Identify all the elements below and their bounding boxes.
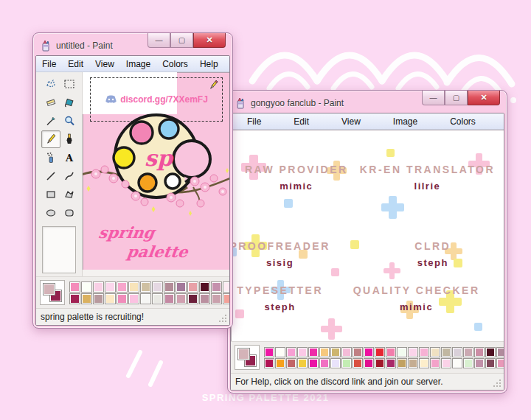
color-swatch[interactable] — [117, 281, 128, 293]
tool-free-form-select-icon[interactable] — [41, 75, 60, 93]
color-swatch[interactable] — [286, 347, 296, 357]
tool-select-icon[interactable] — [60, 75, 79, 93]
color-swatch[interactable] — [199, 281, 210, 293]
color-swatch[interactable] — [187, 281, 198, 293]
tool-ellipse-icon[interactable] — [41, 204, 60, 222]
color-swatch[interactable] — [474, 358, 485, 368]
color-swatch[interactable] — [463, 358, 473, 368]
tool-curve-icon[interactable] — [60, 167, 79, 185]
color-swatch[interactable] — [463, 347, 473, 357]
color-swatch[interactable] — [485, 358, 496, 368]
tool-pick-color-icon[interactable] — [41, 112, 60, 130]
tool-brush-icon[interactable] — [60, 130, 79, 148]
color-swatch[interactable] — [223, 281, 230, 293]
color-swatch[interactable] — [364, 347, 374, 357]
color-swatch[interactable] — [140, 293, 151, 304]
tool-airbrush-icon[interactable] — [41, 149, 60, 167]
maximize-button[interactable]: ▢ — [170, 33, 193, 48]
color-swatch[interactable] — [297, 358, 308, 368]
color-swatch[interactable] — [69, 281, 80, 293]
menu-item-file[interactable]: File — [36, 59, 62, 69]
paint-canvas[interactable]: discord.gg/7XXemFJ — [83, 72, 229, 270]
color-swatch[interactable] — [152, 281, 163, 293]
menu-item-file[interactable]: File — [231, 116, 277, 127]
color-swatch[interactable] — [496, 347, 504, 357]
color-swatch[interactable] — [364, 358, 374, 368]
color-swatch[interactable] — [408, 358, 418, 368]
color-swatch[interactable] — [452, 358, 462, 368]
color-swatch[interactable] — [330, 358, 341, 368]
color-swatch[interactable] — [386, 347, 396, 357]
color-swatch[interactable] — [140, 281, 151, 293]
color-swatch[interactable] — [419, 358, 429, 368]
menu-item-help[interactable]: Help — [492, 116, 504, 127]
color-swatch[interactable] — [319, 347, 330, 357]
discord-invite-link[interactable]: discord.gg/7XXemFJ — [120, 94, 208, 105]
color-swatch[interactable] — [308, 347, 319, 357]
color-swatch[interactable] — [128, 293, 139, 304]
color-swatch[interactable] — [176, 281, 187, 293]
color-swatch[interactable] — [275, 358, 285, 368]
color-swatch[interactable] — [297, 347, 308, 357]
color-swatch[interactable] — [419, 347, 429, 357]
color-swatch[interactable] — [223, 293, 230, 304]
color-swatch[interactable] — [375, 347, 385, 357]
close-button[interactable]: ✕ — [468, 91, 500, 105]
menu-item-image[interactable]: Image — [377, 116, 434, 127]
color-swatch[interactable] — [430, 347, 440, 357]
color-swatch[interactable] — [353, 347, 363, 357]
menu-item-view[interactable]: View — [89, 59, 120, 69]
tool-magnifier-icon[interactable] — [60, 112, 79, 130]
color-swatch[interactable] — [105, 293, 116, 304]
color-swatch[interactable] — [452, 347, 462, 357]
menu-item-colors[interactable]: Colors — [434, 116, 492, 127]
resize-grip[interactable] — [499, 385, 501, 387]
color-swatch[interactable] — [211, 281, 222, 293]
color-swatch[interactable] — [485, 347, 496, 357]
color-swatch[interactable] — [93, 281, 104, 293]
color-swatch[interactable] — [341, 347, 352, 357]
color-swatch[interactable] — [496, 358, 504, 368]
tool-line-icon[interactable] — [41, 167, 60, 185]
tool-options-box[interactable] — [42, 226, 76, 273]
color-swatch[interactable] — [264, 347, 274, 357]
color-swatch[interactable] — [211, 293, 222, 304]
menu-item-edit[interactable]: Edit — [62, 59, 89, 69]
color-swatch[interactable] — [430, 358, 440, 368]
color-swatch[interactable] — [187, 293, 198, 304]
menu-item-help[interactable]: Help — [194, 59, 224, 69]
color-swatch[interactable] — [353, 358, 363, 368]
tool-pencil-icon[interactable] — [41, 130, 60, 148]
color-swatch[interactable] — [397, 358, 407, 368]
color-swatch[interactable] — [408, 347, 418, 357]
color-swatch[interactable] — [117, 293, 128, 304]
color-swatch[interactable] — [199, 293, 210, 304]
color-swatch[interactable] — [441, 358, 451, 368]
paint-window-gongyoo-fanclub[interactable]: gongyoo fanclub - Paint — ▢ ✕ FileEditVi… — [227, 90, 507, 393]
menu-item-edit[interactable]: Edit — [277, 116, 325, 127]
color-swatch[interactable] — [341, 358, 352, 368]
tool-rectangle-icon[interactable] — [41, 186, 60, 203]
maximize-button[interactable]: ▢ — [445, 91, 468, 105]
color-swatch[interactable] — [176, 293, 187, 304]
tool-text-icon[interactable]: A — [60, 149, 79, 167]
tool-fill-with-color-icon[interactable] — [60, 94, 79, 111]
paint-canvas[interactable]: RAW PROVIDERmimicKR-EN TRANSLATORlilrieP… — [231, 130, 504, 341]
color-swatch[interactable] — [397, 347, 407, 357]
color-swatch[interactable] — [386, 358, 396, 368]
color-swatch[interactable] — [164, 293, 175, 304]
color-swatch[interactable] — [275, 347, 285, 357]
tool-eraser-icon[interactable] — [41, 94, 60, 111]
color-swatch[interactable] — [319, 358, 330, 368]
foreground-background-colors[interactable] — [40, 280, 65, 305]
paint-window-untitled[interactable]: untitled - Paint — ▢ ✕ FileEditViewImage… — [32, 32, 233, 329]
color-swatch[interactable] — [375, 358, 385, 368]
color-swatch[interactable] — [474, 347, 485, 357]
color-swatch[interactable] — [69, 293, 80, 304]
color-swatch[interactable] — [264, 358, 274, 368]
minimize-button[interactable]: — — [148, 33, 170, 48]
titlebar[interactable]: untitled - Paint — ▢ ✕ — [35, 35, 230, 55]
color-swatch[interactable] — [128, 281, 139, 293]
color-swatch[interactable] — [81, 293, 92, 304]
tool-rounded-rectangle-icon[interactable] — [60, 204, 79, 222]
